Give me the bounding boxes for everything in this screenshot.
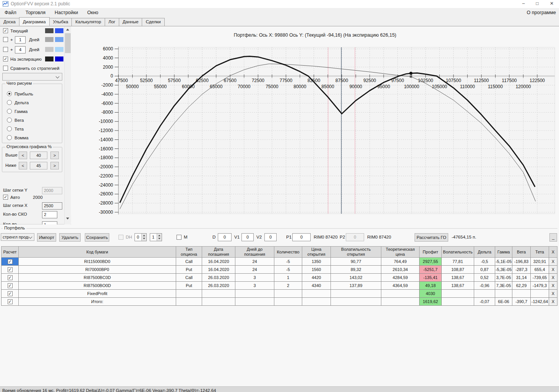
radio-тета[interactable]: Тета — [7, 126, 24, 132]
table-row[interactable]: ✓RI87500BC0DCall26.03.2020314420143,0242… — [2, 274, 557, 282]
column-header[interactable]: Цена открытия — [302, 247, 331, 258]
column-header[interactable]: Теоретическая цена — [381, 247, 420, 258]
column-header[interactable]: Расчет — [2, 247, 19, 258]
spinner-1[interactable]: 0 — [134, 233, 147, 241]
profit-chart[interactable]: 6000400020000-2000-4000-6000-8000-10000-… — [96, 44, 556, 218]
column-header[interactable]: Дней до погашения — [235, 247, 274, 258]
scroll-down-arrow-icon[interactable] — [65, 215, 71, 222]
spinner-2[interactable]: 1 — [150, 233, 162, 241]
layer-checkbox[interactable]: ✓ — [3, 28, 8, 33]
row-calc-checkbox-cell[interactable]: ✓ — [2, 290, 19, 298]
row-checkbox[interactable]: ✓ — [8, 283, 13, 288]
delete-row-button[interactable]: X — [549, 282, 557, 290]
dh-checkbox[interactable] — [118, 235, 123, 240]
grid-step-x-input[interactable]: 2500 — [42, 202, 62, 210]
column-header[interactable]: Тип опциона — [176, 247, 202, 258]
clipped-row-input[interactable]: 1 — [42, 221, 57, 224]
column-header[interactable]: Гамма — [495, 247, 512, 258]
delete-row-button[interactable]: X — [549, 298, 557, 306]
column-header[interactable]: Профит — [420, 247, 442, 258]
column-header[interactable]: X — [549, 247, 557, 258]
layer-checkbox[interactable] — [3, 37, 8, 42]
row-calc-checkbox-cell[interactable]: ✓ — [2, 266, 19, 274]
radio-гамма[interactable]: Гамма — [7, 108, 28, 115]
tab-диаграмма[interactable]: Диаграмма — [19, 17, 50, 26]
column-header[interactable]: Волатильность — [442, 247, 474, 258]
row-checkbox[interactable]: ✓ — [8, 259, 13, 264]
table-row[interactable]: ✓RI87500BO0DPut26.03.2020324340137,89436… — [2, 282, 557, 290]
m-checkbox[interactable] — [177, 235, 181, 240]
collapse-button[interactable]: _ — [549, 233, 557, 242]
radio-прибыль[interactable]: Прибыль — [7, 91, 33, 97]
sko-count-input[interactable]: 2 — [42, 211, 57, 218]
delete-button[interactable]: Удалить — [59, 233, 81, 242]
layer-checkbox[interactable] — [3, 47, 8, 52]
tab-доска[interactable]: Доска — [0, 18, 19, 26]
tab-калькулятор[interactable]: Калькулятор — [71, 18, 105, 26]
increase-button[interactable]: > — [50, 152, 59, 159]
tab-улыбка[interactable]: Улыбка — [49, 18, 72, 26]
delete-row-button[interactable]: X — [549, 290, 557, 298]
column-header[interactable]: Тета — [531, 247, 549, 258]
menu-item-настройки[interactable]: Настройки — [50, 8, 83, 17]
import-button[interactable]: Импорт — [37, 233, 56, 242]
auto-checkbox[interactable]: ✓ — [3, 195, 8, 200]
d-input[interactable]: 0 — [218, 233, 232, 241]
delete-row-button[interactable]: X — [549, 274, 557, 282]
row-checkbox[interactable]: ✓ — [8, 267, 13, 272]
spinner-2-arrows-icon[interactable] — [157, 234, 162, 241]
save-button[interactable]: Сохранить — [85, 233, 109, 242]
compare-checkbox[interactable] — [3, 66, 8, 71]
menu-item-about[interactable]: О программе — [527, 10, 556, 15]
decrease-button[interactable]: < — [19, 152, 27, 159]
radio-дельта[interactable]: Дельта — [7, 100, 29, 106]
column-header[interactable]: Количество — [274, 247, 302, 258]
close-button[interactable]: ✕ — [545, 0, 558, 8]
column-header[interactable]: Волатильность открытия — [331, 247, 381, 258]
increase-button[interactable]: > — [50, 162, 59, 169]
row-calc-checkbox-cell[interactable]: ✓ — [2, 258, 19, 266]
p1-input[interactable]: 0 — [292, 233, 311, 241]
days-input[interactable]: 4 — [15, 46, 26, 53]
row-calc-checkbox-cell[interactable]: ✓ — [2, 298, 19, 306]
sidebar-scrollbar[interactable] — [64, 26, 71, 224]
delete-row-button[interactable]: X — [549, 258, 557, 266]
menu-item-файл[interactable]: Файл — [0, 8, 21, 17]
table-row[interactable]: ✓RI70000BP0Put16.04.202024-5156089,32261… — [2, 266, 557, 274]
layer-checkbox[interactable]: ✓ — [3, 56, 8, 61]
radio-вомма[interactable]: Вомма — [7, 135, 28, 141]
calculate-go-button[interactable]: Рассчитать ГО — [415, 233, 448, 242]
decrease-button[interactable]: < — [19, 162, 27, 169]
column-header[interactable]: Дельта — [474, 247, 495, 258]
column-header[interactable]: Вега — [512, 247, 531, 258]
p2-input[interactable]: 0 — [346, 233, 364, 241]
row-checkbox[interactable]: ✓ — [8, 299, 13, 304]
tab-данные[interactable]: Данные — [119, 18, 143, 26]
menu-item-торговля[interactable]: Торговля — [21, 8, 50, 17]
column-header[interactable]: Код бумаги — [19, 247, 176, 258]
row-calc-checkbox-cell[interactable]: ✓ — [2, 274, 19, 282]
minimize-button[interactable]: – — [517, 0, 530, 8]
table-row[interactable]: ✓Итого:1619,62-0,076E-06-390,7-1242,64X — [2, 298, 557, 306]
column-header[interactable]: Дата погашения — [202, 247, 235, 258]
row-calc-checkbox-cell[interactable]: ✓ — [2, 282, 19, 290]
grid-step-y-input[interactable]: 2000 — [42, 187, 62, 194]
row-checkbox[interactable]: ✓ — [8, 291, 13, 296]
menu-item-окно[interactable]: Окно — [83, 8, 103, 17]
scroll-up-arrow-icon[interactable] — [65, 26, 71, 33]
v2-input[interactable]: 0 — [264, 233, 277, 241]
scrollbar-thumb[interactable] — [65, 33, 71, 53]
delete-row-button[interactable]: X — [549, 266, 557, 274]
tab-сделки[interactable]: Сделки — [142, 18, 164, 26]
compare-strategy-combo[interactable] — [2, 73, 62, 81]
table-row[interactable]: ✓FixedProfit4030X — [2, 290, 557, 298]
row-checkbox[interactable]: ✓ — [8, 275, 13, 280]
maximize-button[interactable]: □ — [531, 0, 544, 8]
strategy-combo[interactable]: стренгл прода — [1, 233, 34, 241]
v1-input[interactable]: 0 — [241, 233, 254, 241]
tab-лог[interactable]: Лог — [105, 18, 119, 26]
table-row[interactable]: ✓RI115000BD0Call16.04.202024-5135090,777… — [2, 258, 557, 266]
radio-вега[interactable]: Вега — [7, 117, 24, 123]
spinner-1-arrows-icon[interactable] — [141, 234, 146, 241]
days-input[interactable]: 1 — [15, 36, 26, 44]
